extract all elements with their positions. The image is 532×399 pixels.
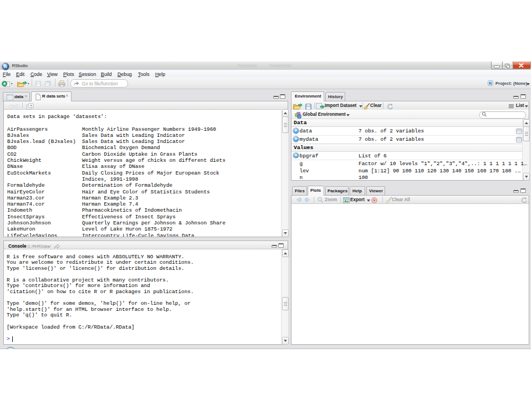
svg-text:R: R: [4, 64, 7, 69]
svg-text:R: R: [489, 80, 492, 85]
